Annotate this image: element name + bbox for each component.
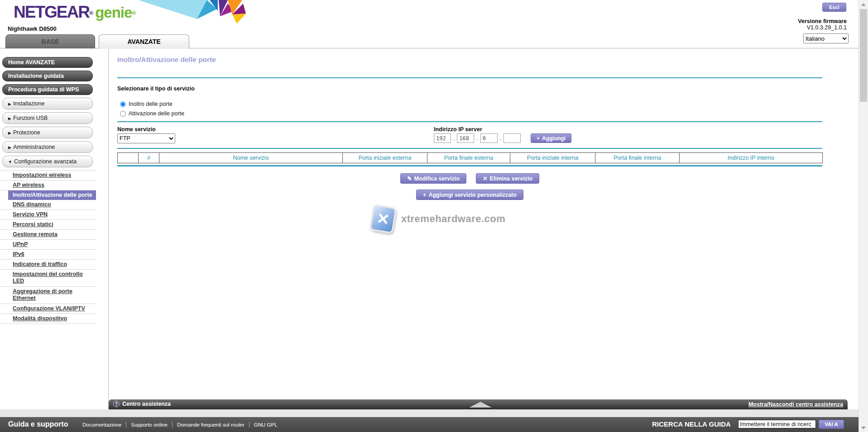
radio-attivazione-porte[interactable]: Attivazione delle porte [120,110,184,117]
tab-avanzate[interactable]: AVANZATE [99,34,189,49]
edit-service-button[interactable]: ✎Modifica servizio [400,173,466,184]
col-nome-servizio: Nome servizio [159,153,343,163]
tab-base[interactable]: BASE [5,34,95,48]
radio-inoltro-porte-input[interactable] [120,101,126,107]
expand-arrow-icon[interactable] [469,402,492,408]
col-number: # [139,153,159,163]
help-center-label: Centro assistenza [122,401,171,407]
header-deco-triangles [138,0,251,25]
model-name: Nighthawk D8500 [8,25,57,32]
sidebar-link-modalita-dispositivo[interactable]: Modalità dispositivo [0,314,96,324]
firmware-version: V1.0.3.29_1.0.1 [798,24,847,31]
main-panel: Inoltro/Attivazione delle porte Selezion… [108,48,847,409]
sidebar-link-controllo-led[interactable]: Impostazioni del controllo LED [0,270,96,287]
sidebar-link-gestione-remota[interactable]: Gestione remota [0,230,96,240]
sidebar-link-ap-wireless[interactable]: AP wireless [0,180,96,190]
sidebar-link-upnp[interactable]: UPnP [0,240,96,250]
chevron-right-icon: ▶ [8,116,11,121]
sidebar-sublinks: Impostazioni wireless AP wireless Inoltr… [0,170,96,324]
sidebar-link-vlan-iptv[interactable]: Configurazione VLAN/IPTV [0,304,96,314]
footer-link-gnu-gpl[interactable]: GNU GPL [249,422,282,427]
col-porta-iniziale-esterna: Porta iniziale esterna [343,153,427,163]
divider [117,148,822,149]
help-icon: ? [113,401,120,407]
server-ip-label: Indirizzo IP server [434,126,482,133]
registered-mark: ® [132,10,136,16]
table-actions: ✎Modifica servizio ✕Elimina servizio [117,173,822,184]
sidebar-item-home-avanzate[interactable]: Home AVANZATE [2,57,93,68]
genie-wordmark: genie [95,4,132,21]
sidebar-accordion-protezione[interactable]: ▶Protezione [2,127,93,138]
footer-link-documentazione[interactable]: Documentazione [78,422,126,427]
main-content: Inoltro/Attivazione delle porte Selezion… [109,56,831,64]
logout-button[interactable]: Esci [822,3,846,12]
custom-service-row: +Aggiungi servizio personalizzato [117,190,822,200]
header: NETGEAR® genie® Nighthawk D8500 Esci Ver… [0,0,858,48]
help-center-toggle-link[interactable]: Mostra/Nascondi centro assistenza [748,401,843,408]
arrow-up-icon [861,3,866,6]
col-select [118,153,139,163]
sidebar-item-installazione-guidata[interactable]: Installazione guidata [2,71,93,81]
footer-gap [0,409,858,417]
radio-inoltro-porte[interactable]: Inoltro delle porte [120,101,173,107]
service-type-label: Selezionare il tipo di servizio [117,85,195,92]
sidebar-link-ipv6[interactable]: IPv6 [0,250,96,260]
xtremehardware-logo-icon: ✕ [369,204,397,233]
services-table: # Nome servizio Porta iniziale esterna P… [117,152,822,166]
sidebar-link-inoltro-attivazione-porte[interactable]: Inoltro/Attivazione delle porte [8,190,96,200]
delete-service-button[interactable]: ✕Elimina servizio [476,173,539,184]
guide-search-go-button[interactable]: VAI A [819,420,844,429]
sidebar-accordion-installazione[interactable]: ▶Installazione [2,98,93,109]
sidebar-accordion-configurazione-avanzata[interactable]: ▼Configurazione avanzata [2,156,93,167]
ip-octet-3[interactable] [480,133,498,143]
scroll-up-button[interactable] [859,0,868,9]
router-admin-page: NETGEAR® genie® Nighthawk D8500 Esci Ver… [0,0,868,432]
ip-octet-1[interactable] [434,133,451,143]
firmware-label: Versione firmware [798,18,847,24]
add-button[interactable]: +Aggiungi [531,133,571,143]
sidebar-item-procedura-wps[interactable]: Procedura guidata di WPS [2,84,93,95]
sidebar-link-dns-dinamico[interactable]: DNS dinamico [0,200,96,210]
guide-search-label: RICERCA NELLA GUIDA [652,420,731,428]
scroll-down-button[interactable] [859,423,868,432]
ip-octet-2[interactable] [457,133,474,143]
divider [117,121,822,122]
sidebar-link-servizio-vpn[interactable]: Servizio VPN [0,210,96,220]
sidebar-link-impostazioni-wireless[interactable]: Impostazioni wireless [0,170,96,180]
registered-mark: ® [89,10,93,16]
x-icon: ✕ [483,175,487,182]
page-title: Inoltro/Attivazione delle porte [117,56,831,64]
language-select[interactable]: Italiano [803,33,849,43]
footer-link-faq-router[interactable]: Domande frequenti sul router [172,422,249,427]
service-name-label: Nome servizio [117,126,156,133]
watermark-text: xtremehardware.com [401,213,505,225]
server-ip-group: . . . +Aggiungi [434,133,571,143]
netgear-wordmark: NETGEAR [14,3,89,21]
col-porta-iniziale-interna: Porta iniziale interna [510,153,595,163]
footer-link-supporto-online[interactable]: Supporto online [126,422,172,427]
sidebar-accordion-funzioni-usb[interactable]: ▶Funzioni USB [2,112,93,124]
ip-octet-4[interactable] [504,133,521,143]
sidebar-link-percorsi-statici[interactable]: Percorsi statici [0,220,96,230]
sidebar-link-indicatore-traffico[interactable]: Indicatore di traffico [0,260,96,270]
arrow-down-icon [861,427,866,429]
add-custom-service-button[interactable]: +Aggiungi servizio personalizzato [416,190,523,200]
help-center-bar: ? Centro assistenza Mostra/Nascondi cent… [109,399,848,409]
firmware-info: Versione firmware V1.0.3.29_1.0.1 [798,18,847,31]
sidebar: Home AVANZATE Installazione guidata Proc… [0,57,96,324]
radio-attivazione-porte-input[interactable] [120,111,126,117]
guide-search-input[interactable] [738,420,816,428]
service-name-select[interactable]: FTP [117,133,175,143]
sidebar-accordion-amministrazione[interactable]: ▶Amministrazione [2,141,93,153]
xtremehardware-watermark: ✕ xtremehardware.com [371,206,505,232]
footer-title: Guida e supporto [8,420,68,428]
sidebar-link-aggregazione-porte[interactable]: Aggregazione di porte Ethernet [0,287,96,304]
pencil-icon: ✎ [407,175,412,182]
vertical-scrollbar[interactable] [858,0,868,432]
plus-icon: + [537,135,540,142]
chevron-right-icon: ▶ [8,102,11,106]
scrollbar-thumb[interactable] [860,9,867,102]
netgear-genie-logo: NETGEAR® genie® [14,3,136,22]
divider-thick [117,165,822,166]
chevron-right-icon: ▶ [8,145,11,150]
